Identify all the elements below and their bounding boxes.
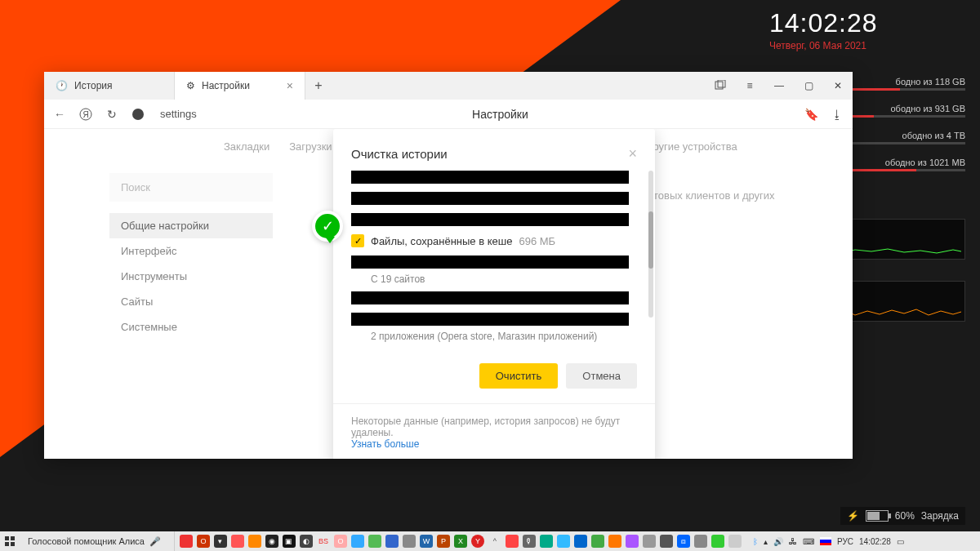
tab-history[interactable]: 🕐 История: [44, 72, 175, 100]
reload-button[interactable]: ↻: [105, 107, 119, 122]
keyboard-icon[interactable]: ⌨: [803, 537, 814, 546]
tray-icon[interactable]: ⧈: [677, 535, 690, 548]
taskbar-app-alice[interactable]: Голосовой помощник Алиса 🎤: [20, 531, 175, 551]
minimize-button[interactable]: —: [764, 72, 794, 100]
content-area: Закладки Загрузки Другие устройства Поис…: [44, 129, 853, 459]
tray-icon[interactable]: O: [334, 535, 347, 548]
bookmark-icon[interactable]: 🔖: [804, 107, 818, 122]
start-button[interactable]: [0, 531, 20, 551]
bluetooth-icon[interactable]: ᛒ: [753, 537, 758, 546]
mic-icon[interactable]: 🎤: [149, 536, 161, 547]
clear-button[interactable]: Очистить: [479, 363, 559, 389]
tab-overview-icon[interactable]: [706, 72, 735, 100]
dialog-footer: Некоторые данные (например, история запр…: [333, 403, 655, 459]
nav-other-devices[interactable]: Другие устройства: [646, 140, 737, 153]
tray-icon[interactable]: [711, 535, 724, 548]
search-input[interactable]: Поиск: [109, 173, 273, 202]
tray-icon[interactable]: [574, 535, 587, 548]
tray-icon[interactable]: [385, 535, 399, 548]
browser-window: 🕐 История ⚙ Настройки × + ≡ — ▢ ✕ ← Я ↻ …: [44, 72, 853, 459]
check-size: 696 МБ: [519, 235, 555, 247]
sidebar-item-tools[interactable]: Инструменты: [109, 264, 273, 289]
volume-icon[interactable]: 🔊: [773, 537, 783, 546]
tray-icon[interactable]: [694, 535, 707, 548]
svg-rect-8: [11, 542, 15, 546]
svg-rect-7: [5, 542, 9, 546]
tab-settings[interactable]: ⚙ Настройки ×: [175, 72, 305, 100]
tray-icon[interactable]: 🎙: [523, 535, 536, 548]
battery-widget: ⚡ 60% Зарядка: [840, 507, 965, 525]
background-text: товых клиентов и других: [653, 189, 817, 202]
tray-icon[interactable]: [180, 535, 193, 548]
menu-icon[interactable]: ≡: [735, 72, 764, 100]
sites-count-text: С 19 сайтов: [371, 273, 629, 285]
tray-icon[interactable]: [248, 535, 261, 548]
page-title: Настройки: [208, 108, 792, 121]
redacted-row: [351, 313, 629, 326]
svg-point-4: [132, 109, 144, 120]
tray-icon[interactable]: ▣: [283, 535, 296, 548]
tray-icon[interactable]: [626, 535, 639, 548]
tray-icon[interactable]: [643, 535, 656, 548]
tray-icon[interactable]: ◐: [300, 535, 313, 548]
redacted-row: [351, 213, 629, 226]
yandex-icon[interactable]: Я: [78, 107, 93, 122]
tray-icon[interactable]: O: [197, 535, 210, 548]
tray-icon[interactable]: W: [420, 535, 433, 548]
taskbar-clock[interactable]: 14:02:28: [859, 537, 891, 546]
close-button[interactable]: ✕: [823, 72, 853, 100]
svg-text:Я: Я: [82, 110, 88, 119]
new-tab-button[interactable]: +: [305, 72, 332, 100]
cancel-button[interactable]: Отмена: [566, 363, 637, 389]
clock-date: Четверг, 06 Мая 2021: [769, 40, 965, 51]
tray-icon[interactable]: ▾: [214, 535, 227, 548]
checkbox-checked-icon[interactable]: ✓: [351, 234, 364, 247]
tray-icon[interactable]: [660, 535, 673, 548]
cache-files-checkbox-row[interactable]: ✓ Файлы, сохранённые в кеше 696 МБ: [351, 234, 629, 247]
tray-icon[interactable]: Y: [471, 535, 484, 548]
tray-icon[interactable]: P: [437, 535, 450, 548]
tray-icon[interactable]: X: [454, 535, 467, 548]
action-center-icon[interactable]: ▭: [897, 537, 904, 546]
nav-bookmarks[interactable]: Закладки: [224, 140, 270, 153]
tray-icon[interactable]: [591, 535, 604, 548]
tray-icon[interactable]: [557, 535, 570, 548]
tray-icon[interactable]: [506, 535, 519, 548]
tray-icon[interactable]: ◉: [265, 535, 278, 548]
language-indicator[interactable]: РУС: [837, 537, 853, 546]
tray-icon[interactable]: [608, 535, 621, 548]
tab-label: Настройки: [202, 80, 250, 91]
clear-history-dialog: ✓ Очистка истории × ✓ Файлы, сохранённые…: [333, 129, 655, 459]
tray-icon[interactable]: [368, 535, 381, 548]
clock-icon: 🕐: [56, 80, 68, 91]
taskbar[interactable]: Голосовой помощник Алиса 🎤 O ▾ ◉ ▣ ◐ BS …: [0, 531, 980, 551]
nav-downloads[interactable]: Загрузки: [289, 140, 332, 153]
up-icon[interactable]: ▴: [764, 537, 768, 546]
tray-icon[interactable]: BS: [317, 535, 330, 548]
scrollbar[interactable]: [648, 171, 653, 318]
maximize-button[interactable]: ▢: [794, 72, 823, 100]
flag-icon[interactable]: [820, 537, 831, 545]
download-icon[interactable]: ⭳: [830, 107, 844, 122]
tray-icon[interactable]: [231, 535, 244, 548]
sidebar-item-system[interactable]: Системные: [109, 314, 273, 340]
plug-icon: ⚡: [847, 510, 859, 522]
redacted-row: [351, 192, 629, 205]
tray-icon[interactable]: [351, 535, 364, 548]
sidebar-item-general[interactable]: Общие настройки: [109, 213, 273, 238]
address-bar[interactable]: settings: [160, 108, 197, 120]
sidebar-item-interface[interactable]: Интерфейс: [109, 238, 273, 264]
dialog-close-button[interactable]: ×: [628, 145, 637, 162]
learn-more-link[interactable]: Узнать больше: [351, 438, 419, 450]
tray-icon[interactable]: [403, 535, 416, 548]
settings-sidebar: Поиск Общие настройки Интерфейс Инструме…: [109, 173, 273, 340]
sidebar-item-sites[interactable]: Сайты: [109, 289, 273, 314]
back-button[interactable]: ←: [52, 107, 67, 122]
site-icon: [131, 107, 145, 122]
battery-icon: [866, 510, 889, 522]
network-icon[interactable]: 🖧: [789, 537, 797, 546]
tray-icon[interactable]: ^: [488, 535, 501, 548]
tray-icon[interactable]: [540, 535, 553, 548]
close-icon[interactable]: ×: [287, 79, 293, 92]
tray-icon[interactable]: [728, 535, 742, 548]
